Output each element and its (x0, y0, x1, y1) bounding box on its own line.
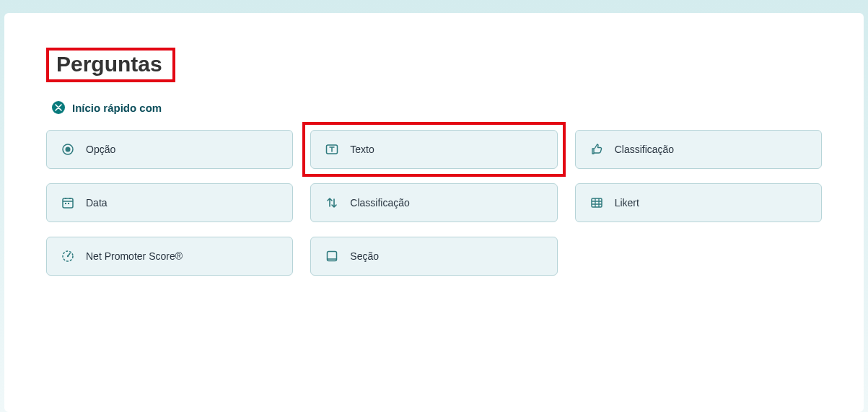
radio-icon (61, 143, 74, 156)
option-likert[interactable]: Likert (575, 183, 822, 222)
option-label: Texto (350, 144, 374, 155)
title-highlight: Perguntas (46, 48, 175, 82)
option-text[interactable]: Texto (310, 130, 557, 169)
option-choice[interactable]: Opção (46, 130, 293, 169)
option-ranking[interactable]: Classificação (310, 183, 557, 222)
option-label: Likert (615, 197, 639, 209)
option-section[interactable]: Seção (310, 237, 557, 276)
svg-rect-4 (65, 203, 66, 204)
text-highlight (302, 122, 565, 177)
option-label: Classificação (615, 144, 674, 155)
text-icon (325, 143, 338, 156)
thumb-icon (590, 143, 603, 156)
close-icon[interactable] (52, 101, 65, 114)
option-date[interactable]: Data (46, 183, 293, 222)
quickstart-row: Início rápido com (52, 101, 822, 114)
option-rating[interactable]: Classificação (575, 130, 822, 169)
questions-card: Perguntas Início rápido com Opção Texto … (4, 13, 864, 412)
grid-icon (590, 196, 603, 209)
svg-rect-5 (68, 203, 69, 204)
question-type-grid: Opção Texto Classificação Data Cl (46, 130, 822, 276)
sort-icon (325, 196, 338, 209)
section-icon (325, 250, 338, 263)
option-label: Classificação (350, 197, 409, 209)
option-label: Seção (350, 250, 379, 262)
page-title: Perguntas (56, 52, 162, 76)
calendar-icon (61, 196, 74, 209)
option-label: Data (86, 197, 108, 209)
option-nps[interactable]: Net Promoter Score® (46, 237, 293, 276)
svg-rect-6 (592, 198, 602, 207)
option-label: Opção (86, 144, 115, 155)
svg-point-1 (66, 147, 71, 152)
option-label: Net Promoter Score® (86, 250, 183, 262)
svg-point-8 (67, 255, 69, 257)
quickstart-label: Início rápido com (72, 102, 162, 114)
gauge-icon (61, 250, 74, 263)
